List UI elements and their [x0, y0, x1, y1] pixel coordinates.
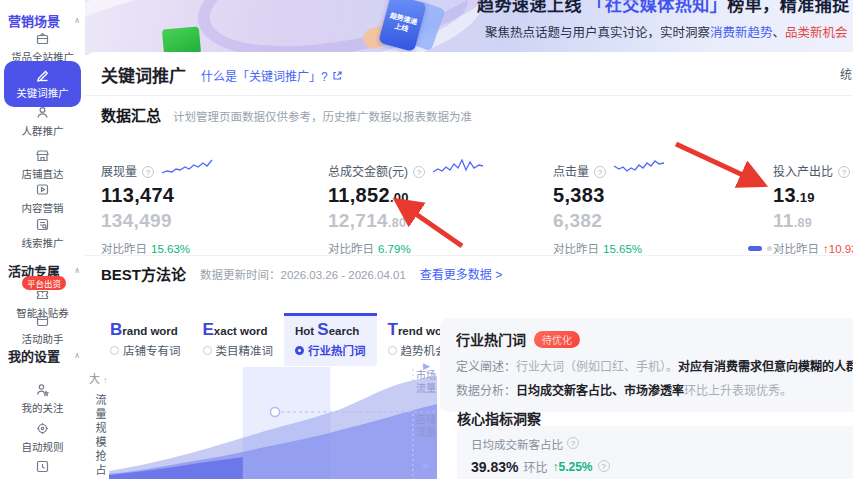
metric-label: 总成交金额(元)	[328, 162, 408, 179]
metric-impressions: 展现量 113,474 134,499 对比昨日15.63%	[101, 155, 316, 256]
pagination-dot[interactable]	[777, 246, 782, 251]
sidebar: 营销场景 ∧ 货品全站推广 关键词推广 人群推广 店铺直达 内容营销 线索推广	[0, 0, 85, 479]
page-title: 关键词推广	[101, 62, 186, 87]
sidebar-item-my-follows[interactable]: 我的关注	[0, 382, 85, 415]
help-icon[interactable]	[142, 166, 154, 178]
metric-prev-value: 11.89	[773, 210, 853, 232]
help-icon[interactable]	[838, 166, 850, 178]
metric-value: 13.19	[773, 184, 853, 207]
metric-value: 11,852.00	[328, 184, 543, 207]
hot-word-definition-card: 行业热门词 待优化 定义阐述：行业大词（例如口红、手机）。对应有消费需求但意向模…	[440, 318, 853, 412]
person-icon	[35, 105, 50, 120]
calendar-icon	[35, 313, 50, 328]
sidebar-item-audience-promo[interactable]: 人群推广	[0, 105, 85, 138]
person-star-icon	[35, 382, 50, 397]
radio-checked-icon[interactable]	[295, 346, 304, 355]
history-icon	[35, 459, 50, 474]
radio-icon[interactable]	[203, 346, 212, 355]
sidebar-section-settings[interactable]: 我的设置 ∧	[8, 346, 80, 365]
pen-icon	[35, 67, 50, 82]
package-icon	[35, 31, 50, 46]
summary-title: 数据汇总	[101, 104, 161, 125]
divider	[85, 255, 853, 256]
keyword-help-link[interactable]: 什么是「关键词推广」?	[201, 67, 343, 84]
metric-value: 113,474	[101, 184, 316, 207]
help-icon[interactable]	[413, 166, 425, 178]
metrics-pagination	[748, 246, 782, 251]
sidebar-item-auto-rules[interactable]: 自动规则	[0, 421, 85, 454]
help-icon[interactable]	[598, 460, 610, 472]
sidebar-item-activity-helper[interactable]: 活动助手	[0, 313, 85, 346]
toolbar-partial-text: 统	[840, 65, 852, 82]
tab-brand-word[interactable]: Brand word 店铺专有词	[99, 313, 192, 366]
metric-roi: 投入产出比 13.19 11.89 对比昨日↑10.93%	[773, 155, 853, 256]
shop-icon	[35, 148, 50, 163]
sidebar-item-label: 店铺直达	[22, 166, 64, 181]
tab-hot-search[interactable]: Hot Search 行业热门词	[284, 313, 377, 366]
update-time: 数据更新时间：2026.03.26 - 2026.04.01	[200, 266, 406, 282]
main-content: 关键词推广 什么是「关键词推广」? 统 数据汇总 计划管理页面数据仅供参考，历史…	[85, 52, 853, 479]
promo-banner[interactable]: 趋势速递 上线 ✦ 趋势速递上线 「社交媒体热知」榜单，精准捕捉 聚焦热点话题与…	[85, 0, 853, 55]
tab-cn-label: 类目精准词	[216, 342, 274, 358]
help-icon[interactable]	[567, 437, 579, 449]
chevron-up-icon[interactable]: ∧	[74, 266, 80, 275]
core-metric-label: 日均成交新客占比	[471, 436, 563, 452]
sidebar-item-label: 关键词推广	[16, 85, 69, 100]
metric-prev-value: 12,714.80	[328, 210, 543, 232]
help-link-label: 什么是「关键词推广」?	[201, 67, 328, 84]
banner-headline: 趋势速递上线 「社交媒体热知」榜单，精准捕捉	[477, 0, 850, 16]
banner-swirl-decoration	[186, 0, 524, 55]
hot-word-title: 行业热门词	[456, 329, 526, 349]
divider	[85, 95, 853, 96]
play-square-icon	[35, 182, 50, 197]
tab-en-label: Hot Search	[295, 320, 366, 340]
arrow-right-icon: ▶	[423, 361, 430, 371]
help-icon[interactable]	[594, 166, 606, 178]
metric-compare: 对比昨日6.79%	[328, 240, 543, 256]
sidebar-item-label: 内容营销	[22, 200, 64, 215]
tab-en-label: Brand word	[110, 320, 181, 340]
tab-cn-label: 行业热门词	[308, 342, 366, 358]
sidebar-item-operation-log[interactable]: 我的操作记录	[0, 459, 85, 479]
metric-compare: 对比昨日15.63%	[101, 240, 316, 256]
pagination-dot[interactable]	[767, 246, 772, 251]
summary-note: 计划管理页面数据仅供参考，历史推广数据以报表数据为准	[173, 108, 472, 124]
metric-compare: 对比昨日↑10.93%	[773, 240, 853, 256]
metric-total-gmv: 总成交金额(元) 11,852.00 12,714.80 对比昨日6.79%	[328, 155, 543, 256]
sidebar-item-full-site-promo[interactable]: 货品全站推广	[0, 31, 85, 64]
best-title: BEST方法论	[101, 263, 186, 284]
chevron-up-icon[interactable]: ∧	[74, 351, 80, 360]
core-metric-value: 39.83%	[471, 459, 518, 475]
radio-icon[interactable]	[110, 346, 119, 355]
metric-compare: 对比昨日15.65%	[553, 240, 768, 256]
sidebar-item-label: 活动助手	[22, 331, 64, 346]
pagination-dot-active[interactable]	[748, 246, 762, 251]
definition-line: 定义阐述：行业大词（例如口红、手机）。对应有消费需求但意向模糊的人群，拉新效果显…	[456, 358, 853, 376]
sidebar-item-lead-promo[interactable]: 线索推广	[0, 217, 85, 250]
target-icon	[35, 421, 50, 436]
section-label: 营销场景	[8, 11, 60, 30]
tab-exact-word[interactable]: Exact word 类目精准词	[192, 313, 285, 366]
guide-point	[270, 408, 279, 417]
more-data-link[interactable]: 查看更多数据 >	[420, 265, 502, 282]
sparkline	[614, 157, 666, 179]
metric-label: 点击量	[553, 162, 589, 179]
page: 趋势速递 上线 ✦ 趋势速递上线 「社交媒体热知」榜单，精准捕捉 聚焦热点话题与…	[0, 0, 853, 479]
y-axis-label: 流量规模抢占	[92, 394, 108, 478]
sidebar-section-marketing[interactable]: 营销场景 ∧	[8, 11, 80, 30]
sidebar-item-shop-direct[interactable]: 店铺直达	[0, 148, 85, 181]
tab-en-label: Exact word	[203, 320, 274, 340]
external-link-icon	[332, 70, 343, 81]
methodology-area-chart	[109, 367, 437, 479]
sidebar-item-keyword-promo[interactable]: 关键词推广	[4, 61, 81, 107]
status-badge: 待优化	[534, 331, 580, 348]
store-traffic-label: 店铺流量	[416, 414, 440, 439]
sidebar-item-label: 我的关注	[22, 400, 64, 415]
radio-icon[interactable]	[388, 346, 397, 355]
chevron-up-icon[interactable]: ∧	[74, 16, 80, 25]
arrow-right-icon: ▶	[423, 460, 430, 470]
banner-subtitle: 聚焦热点话题与用户真实讨论，实时洞察消费新趋势、品类新机会	[485, 22, 848, 41]
axis-top-label: 大 ↑	[89, 370, 108, 386]
best-tabs: Brand word 店铺专有词 Exact word 类目精准词 Hot Se…	[99, 313, 469, 366]
sidebar-item-content-marketing[interactable]: 内容营销	[0, 182, 85, 215]
